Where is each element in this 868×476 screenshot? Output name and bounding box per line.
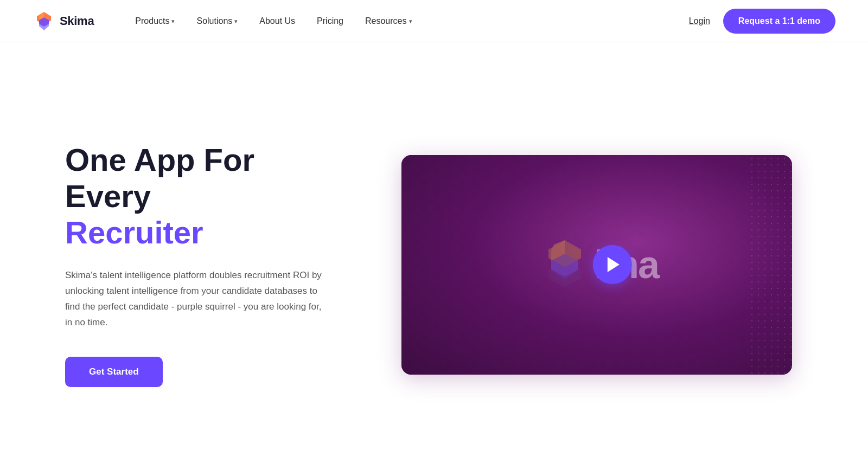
- login-button[interactable]: Login: [687, 12, 712, 30]
- nav-about[interactable]: About Us: [251, 12, 304, 30]
- navbar: Skima Products ▾ Solutions ▾ About Us Pr…: [0, 0, 868, 42]
- nav-resources[interactable]: Resources ▾: [356, 12, 420, 30]
- hero-section: One App For Every Recruiter Skima's tale…: [0, 42, 868, 476]
- hero-title-line2: Recruiter: [65, 215, 347, 251]
- hero-video-area: ima: [391, 155, 803, 375]
- get-started-button[interactable]: Get Started: [65, 357, 163, 387]
- nav-pricing[interactable]: Pricing: [308, 12, 352, 30]
- demo-button[interactable]: Request a 1:1 demo: [723, 9, 835, 34]
- hero-title-line1: One App For Every: [65, 142, 347, 214]
- video-thumbnail[interactable]: ima: [401, 155, 792, 375]
- hero-content: One App For Every Recruiter Skima's tale…: [65, 142, 347, 387]
- brand-name: Skima: [60, 14, 94, 28]
- chevron-down-icon: ▾: [234, 18, 238, 25]
- nav-products[interactable]: Products ▾: [126, 12, 183, 30]
- logo-link[interactable]: Skima: [33, 10, 94, 33]
- play-button[interactable]: [593, 245, 632, 284]
- hero-description: Skima's talent intelligence platform dou…: [65, 268, 326, 331]
- dots-decoration: [749, 155, 792, 375]
- nav-right: Login Request a 1:1 demo: [687, 9, 835, 34]
- video-skima-logo-icon: [535, 235, 595, 294]
- play-icon: [608, 257, 620, 272]
- nav-links: Products ▾ Solutions ▾ About Us Pricing …: [126, 12, 686, 30]
- skima-logo-icon: [33, 10, 55, 33]
- nav-solutions[interactable]: Solutions ▾: [188, 12, 246, 30]
- chevron-down-icon: ▾: [409, 18, 412, 25]
- chevron-down-icon: ▾: [171, 18, 175, 25]
